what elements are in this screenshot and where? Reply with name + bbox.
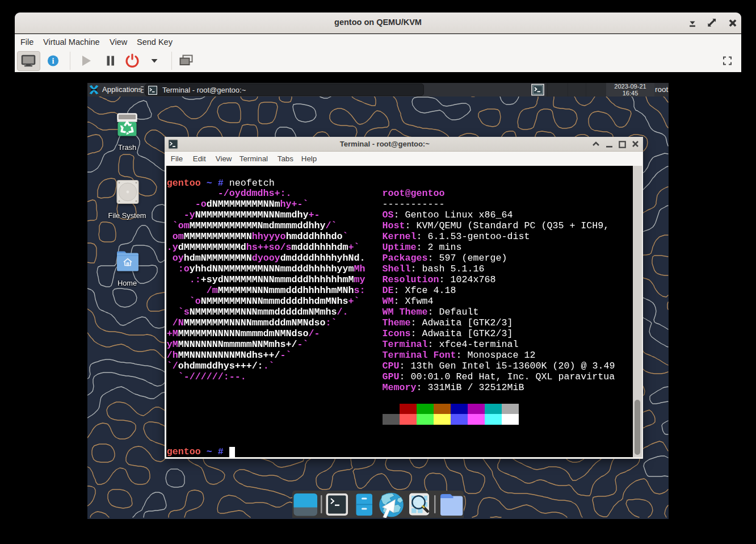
svg-text:i: i xyxy=(52,57,54,65)
